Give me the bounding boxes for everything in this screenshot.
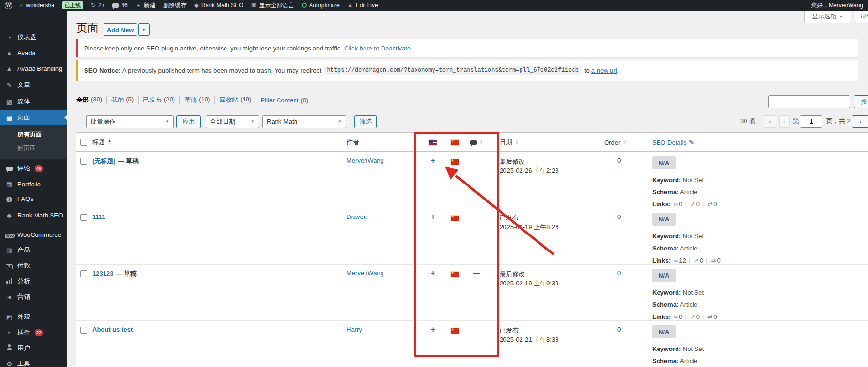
add-new-dropdown-button[interactable]: ▼ <box>138 23 150 36</box>
user-greeting[interactable]: 您好，MervenWang <box>811 1 863 10</box>
sidebar-label: 页面 <box>17 113 30 122</box>
sidebar-item-portfolio[interactable]: ▦ Portfolio <box>0 177 67 191</box>
sidebar-item-marketing[interactable]: ◄ 营销 <box>0 289 67 304</box>
bulk-actions-select[interactable]: 批量操作 ▼ <box>86 115 174 128</box>
autoptimize-link[interactable]: Autoptimize <box>302 2 340 9</box>
author-link[interactable]: MervenWang <box>347 269 384 277</box>
links-line: Links: ∞0|↗0|⇄0 <box>652 313 717 321</box>
row-checkbox[interactable] <box>80 214 87 221</box>
deactivate-link[interactable]: Click here to Deactivate. <box>344 45 413 52</box>
sidebar-item-payments[interactable]: $ 付款 <box>0 258 67 273</box>
page-title-link[interactable]: 123123 <box>92 270 113 277</box>
sidebar-item-rank-math[interactable]: ◆ Rank Math SEO <box>0 208 67 222</box>
row-checkbox[interactable] <box>80 270 87 277</box>
date-filter-select[interactable]: 全部日期 ▼ <box>206 115 259 128</box>
sidebar-item-posts[interactable]: ✎ 文章 <box>0 78 67 92</box>
internal-link-icon: ∞ <box>674 200 678 208</box>
sidebar-item-avada-branding[interactable]: ▲ Avada Branding <box>0 61 67 76</box>
column-header-comments[interactable]: ▲▼ <box>463 133 490 152</box>
sidebar-subitem-all-pages[interactable]: 所有页面 <box>0 128 67 141</box>
schema-label: Schema: <box>652 357 678 365</box>
row-checkbox[interactable] <box>80 327 87 334</box>
comments-link[interactable]: 46 <box>112 2 127 9</box>
keyword-label: Keyword: <box>652 289 681 296</box>
filter-count: (0) <box>300 97 308 104</box>
sidebar-item-faqs[interactable]: ! FAQs <box>0 191 67 206</box>
wordpress-menu[interactable]: W <box>5 2 12 9</box>
filter-mine[interactable]: 我的 (5) <box>107 96 139 104</box>
column-header-order[interactable]: Order ▲▼ <box>604 133 626 152</box>
sidebar-label: 评论 <box>17 164 30 173</box>
filter-button[interactable]: 筛选 <box>354 115 377 128</box>
author-link[interactable]: Harry <box>347 326 362 333</box>
sidebar-item-dashboard[interactable]: ◔ 仪表盘 <box>0 30 67 45</box>
page-title-link[interactable]: About us test <box>92 326 133 333</box>
column-header-date[interactable]: 日期 ▲▼ <box>500 133 519 152</box>
filter-all[interactable]: 全部 (30) <box>76 96 107 104</box>
filter-published[interactable]: 已发布 (20) <box>139 96 180 104</box>
sidebar-item-avada[interactable]: ▲ Avada <box>0 46 67 60</box>
sidebar-item-appearance[interactable]: ◩ 外观 <box>0 310 67 324</box>
author-link[interactable]: Draven <box>347 213 367 220</box>
page-title-link[interactable]: 1111 <box>92 213 105 220</box>
add-translation-icon[interactable]: + <box>431 268 435 278</box>
seo-filter-select[interactable]: Rank Math ▼ <box>262 115 346 128</box>
sidebar-item-media[interactable]: ▩ 媒体 <box>0 94 67 109</box>
keyword-label: Keyword: <box>652 176 681 184</box>
help-button[interactable]: 帮助 ▼ <box>855 11 868 23</box>
apply-button[interactable]: 应用 <box>176 115 201 128</box>
filter-drafts[interactable]: 草稿 (10) <box>180 96 215 104</box>
sidebar-item-pages[interactable]: ▤ 页面 <box>0 110 67 125</box>
internal-link-icon: ∞ <box>674 257 678 264</box>
author-link[interactable]: MervenWang <box>347 157 384 164</box>
row-checkbox[interactable] <box>80 158 87 165</box>
new-content-link[interactable]: ＋ 新建 <box>136 1 156 10</box>
page-title-link[interactable]: (无标题) <box>92 157 116 165</box>
site-link[interactable]: ⌂ wondersha <box>20 2 54 9</box>
search-button[interactable]: 搜索页面 <box>854 95 868 108</box>
china-flag-icon[interactable] <box>451 328 459 334</box>
add-translation-icon[interactable]: + <box>431 212 435 221</box>
languages-icon: ▣ <box>251 2 257 9</box>
internal-link-icon: ∞ <box>674 313 678 320</box>
updates-link[interactable]: ↻ 27 <box>91 2 104 9</box>
new-url-link[interactable]: a new url <box>591 67 617 74</box>
china-flag-icon[interactable] <box>451 272 459 277</box>
column-header-seo-details[interactable]: SEO Details ✎ <box>652 133 694 152</box>
rank-math-adminbar-link[interactable]: ◆ Rank Math SEO <box>194 2 243 9</box>
sidebar-subitem-new-page[interactable]: 新页面 <box>0 142 67 154</box>
site-status-badge[interactable]: 已上线 <box>62 1 83 9</box>
current-page-input[interactable] <box>800 115 822 128</box>
prev-page-button: ‹ <box>779 115 790 128</box>
internal-links-count: 12 <box>679 257 686 264</box>
sidebar-item-comments[interactable]: 评论 46 <box>0 161 67 176</box>
show-all-languages-link[interactable]: ▣ 显示全部语言 <box>251 1 294 10</box>
sidebar-item-analytics[interactable]: 分析 <box>0 274 67 288</box>
add-translation-icon[interactable]: + <box>431 325 435 334</box>
table-row: 1111 Draven + — 已发布 2025-02-19 上午8:26 0 … <box>76 208 868 265</box>
column-header-author: 作者 <box>347 133 359 152</box>
search-input[interactable] <box>768 95 850 108</box>
filter-pillar-content[interactable]: Pillar Content (0) <box>256 97 312 104</box>
add-translation-icon[interactable]: + <box>431 156 435 165</box>
next-page-button[interactable]: › <box>852 115 868 128</box>
comments-icon <box>470 140 477 145</box>
sidebar-item-users[interactable]: 用户 <box>0 341 67 355</box>
sidebar-item-plugins[interactable]: ⚡ 插件 22 <box>0 325 67 340</box>
select-all-checkbox[interactable] <box>80 139 87 146</box>
sidebar-label: 外观 <box>17 313 30 321</box>
china-flag-icon[interactable] <box>451 216 459 221</box>
sidebar-item-products[interactable]: ▥ 产品 <box>0 243 67 257</box>
screen-options-button[interactable]: 显示选项 ▼ <box>804 11 851 23</box>
table-row: 123123— 草稿 MervenWang + — 最后修改 2025-02-1… <box>76 265 868 321</box>
edit-live-link[interactable]: ▲ Edit Live <box>347 2 378 9</box>
china-flag-icon[interactable] <box>451 159 459 165</box>
column-header-title[interactable]: 标题 ▲▼ <box>92 133 111 152</box>
filter-trash[interactable]: 回收站 (49) <box>215 96 256 104</box>
order-cell: 0 <box>617 213 621 220</box>
sidebar-item-tools[interactable]: ⚙ 工具 <box>0 356 67 367</box>
clear-cache-link[interactable]: 删除缓存 <box>163 1 187 10</box>
sidebar-item-woocommerce[interactable]: Woo WooCommerce <box>0 227 67 242</box>
submenu-label: 所有页面 <box>17 131 42 138</box>
add-new-button[interactable]: Add New <box>104 23 137 36</box>
